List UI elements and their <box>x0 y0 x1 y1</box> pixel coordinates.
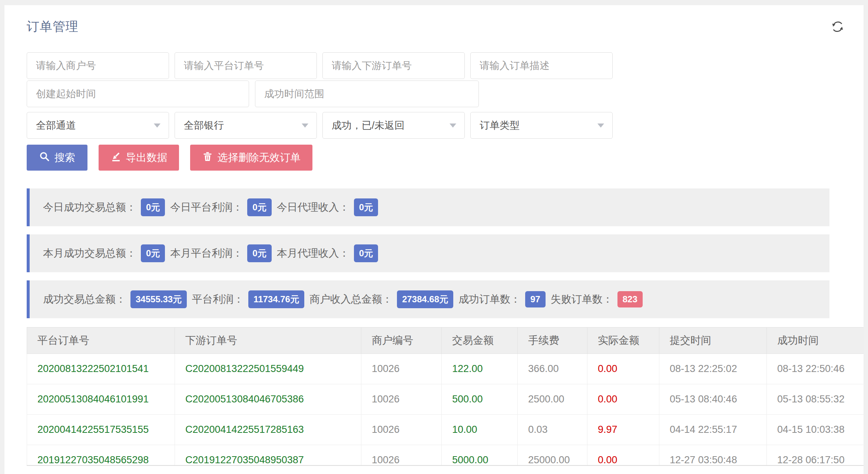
cell-platform-no: 20200414225517535155 <box>27 415 175 445</box>
orders-table-wrapper[interactable]: 平台订单号 下游订单号 商户编号 交易金额 手续费 实际金额 提交时间 成功时间… <box>27 327 864 466</box>
total-summary-bar: 成功交易总金额：34555.33元平台利润：11734.76元商户收入总金额：2… <box>27 280 829 318</box>
trash-icon <box>202 151 213 165</box>
chevron-down-icon <box>597 124 604 128</box>
cell-submit-time: 04-14 22:55:17 <box>659 415 767 445</box>
summary-label: 成功交易总金额： <box>43 292 126 306</box>
export-button-label: 导出数据 <box>126 151 168 165</box>
header-platform-order-no: 平台订单号 <box>27 327 175 354</box>
cell-fee: 0.03 <box>518 415 587 445</box>
search-icon <box>39 151 50 165</box>
cell-success-time: 05-13 08:55:32 <box>767 384 864 415</box>
summary-badge: 0元 <box>141 244 165 262</box>
cell-merchant-id: 10026 <box>361 384 442 415</box>
summary-badge: 0元 <box>247 244 271 262</box>
order-management-card: 订单管理 全部通道 全部银行 成功，已/未返回 <box>4 5 864 474</box>
channel-select-value: 全部通道 <box>36 119 76 132</box>
cell-platform-no: 20191227035048565298 <box>27 445 175 466</box>
summary-label: 平台利润： <box>192 292 244 306</box>
cell-merchant-id: 10026 <box>361 415 442 445</box>
header-fee: 手续费 <box>518 327 587 354</box>
summary-label: 本月成功交易总额： <box>43 246 136 260</box>
create-time-range-input[interactable] <box>27 80 249 107</box>
cell-actual: 9.97 <box>587 415 659 445</box>
header-downstream-order-no: 下游订单号 <box>175 327 361 354</box>
summary-label: 今日成功交易总额： <box>43 200 136 214</box>
header-amount: 交易金额 <box>442 327 518 354</box>
success-time-range-input[interactable] <box>255 80 479 107</box>
summary-badge: 823 <box>617 291 643 307</box>
refresh-icon[interactable] <box>831 20 844 33</box>
filter-row-text <box>27 52 864 79</box>
order-type-select-value: 订单类型 <box>480 119 520 132</box>
cell-submit-time: 08-13 22:25:02 <box>659 354 767 384</box>
summary-badge: 97 <box>525 291 546 307</box>
search-button[interactable]: 搜索 <box>27 145 87 171</box>
cell-downstream-no: C20200813222501559449 <box>175 354 361 384</box>
search-button-label: 搜索 <box>54 151 75 165</box>
chevron-down-icon <box>154 124 160 128</box>
cell-submit-time: 12-27 03:50:48 <box>659 445 767 466</box>
orders-table: 平台订单号 下游订单号 商户编号 交易金额 手续费 实际金额 提交时间 成功时间… <box>27 327 864 466</box>
export-data-button[interactable]: 导出数据 <box>99 145 179 171</box>
cell-amount: 5000.00 <box>442 445 518 466</box>
table-row: 20191227035048565298C2019122703504895038… <box>27 445 864 466</box>
cell-amount: 122.00 <box>442 354 518 384</box>
month-summary-bar: 本月成功交易总额：0元本月平台利润：0元本月代理收入：0元 <box>27 234 829 272</box>
order-type-select[interactable]: 订单类型 <box>470 112 613 139</box>
card-header: 订单管理 <box>4 5 864 35</box>
page-title: 订单管理 <box>27 18 79 35</box>
export-icon <box>110 151 122 165</box>
table-row: 20200513084046101991C2020051308404670538… <box>27 384 864 415</box>
cell-actual: 0.00 <box>587 384 659 415</box>
cell-success-time: 04-15 10:03:38 <box>767 415 864 445</box>
channel-select[interactable]: 全部通道 <box>27 112 169 139</box>
chevron-down-icon <box>302 124 308 128</box>
cell-actual: 0.00 <box>587 354 659 384</box>
summary-label: 成功订单数： <box>458 292 521 306</box>
summary-badge: 0元 <box>141 198 165 216</box>
platform-order-no-input[interactable] <box>175 52 317 79</box>
cell-actual: 0.00 <box>587 445 659 466</box>
bank-select[interactable]: 全部银行 <box>175 112 317 139</box>
cell-platform-no: 20200513084046101991 <box>27 384 175 415</box>
summary-badge: 11734.76元 <box>248 290 304 308</box>
cell-success-time: 08-13 22:50:46 <box>767 354 864 384</box>
header-actual-amount: 实际金额 <box>587 327 659 354</box>
cell-amount: 500.00 <box>442 384 518 415</box>
table-row: 20200813222502101541C2020081322250155944… <box>27 354 864 384</box>
table-row: 20200414225517535155C2020041422551728516… <box>27 415 864 445</box>
cell-fee: 2500.00 <box>518 384 587 415</box>
cell-fee: 25000.00 <box>518 445 587 466</box>
cell-downstream-no: C20191227035048950387 <box>175 445 361 466</box>
status-select-value: 成功，已/未返回 <box>332 119 405 132</box>
filter-row-dates <box>27 80 864 107</box>
cell-amount: 10.00 <box>442 415 518 445</box>
cell-submit-time: 05-13 08:40:46 <box>659 384 767 415</box>
filter-row-selects: 全部通道 全部银行 成功，已/未返回 订单类型 <box>27 112 864 139</box>
summary-badge: 0元 <box>354 244 378 262</box>
cell-platform-no: 20200813222502101541 <box>27 354 175 384</box>
delete-button-label: 选择删除无效订单 <box>218 151 301 165</box>
downstream-order-no-input[interactable] <box>322 52 465 79</box>
table-header-row: 平台订单号 下游订单号 商户编号 交易金额 手续费 实际金额 提交时间 成功时间 <box>27 327 864 354</box>
cell-merchant-id: 10026 <box>361 354 442 384</box>
header-merchant-id: 商户编号 <box>361 327 442 354</box>
summary-label: 商户收入总金额： <box>309 292 392 306</box>
cell-fee: 366.00 <box>518 354 587 384</box>
action-button-row: 搜索 导出数据 选择删除无效订单 <box>27 145 864 171</box>
order-description-input[interactable] <box>470 52 613 79</box>
merchant-id-input[interactable] <box>27 52 169 79</box>
cell-downstream-no: C20200414225517285163 <box>175 415 361 445</box>
summary-badge: 34555.33元 <box>130 290 187 308</box>
summary-label: 今日代理收入： <box>277 200 349 214</box>
header-success-time: 成功时间 <box>767 327 864 354</box>
cell-merchant-id: 10026 <box>361 445 442 466</box>
status-select[interactable]: 成功，已/未返回 <box>322 112 465 139</box>
delete-invalid-orders-button[interactable]: 选择删除无效订单 <box>190 145 312 171</box>
bank-select-value: 全部银行 <box>184 119 224 132</box>
summary-label: 失败订单数： <box>551 292 613 306</box>
summary-badge: 0元 <box>247 198 271 216</box>
chevron-down-icon <box>450 124 456 128</box>
summary-label: 本月平台利润： <box>170 246 243 260</box>
summary-label: 今日平台利润： <box>170 200 243 214</box>
